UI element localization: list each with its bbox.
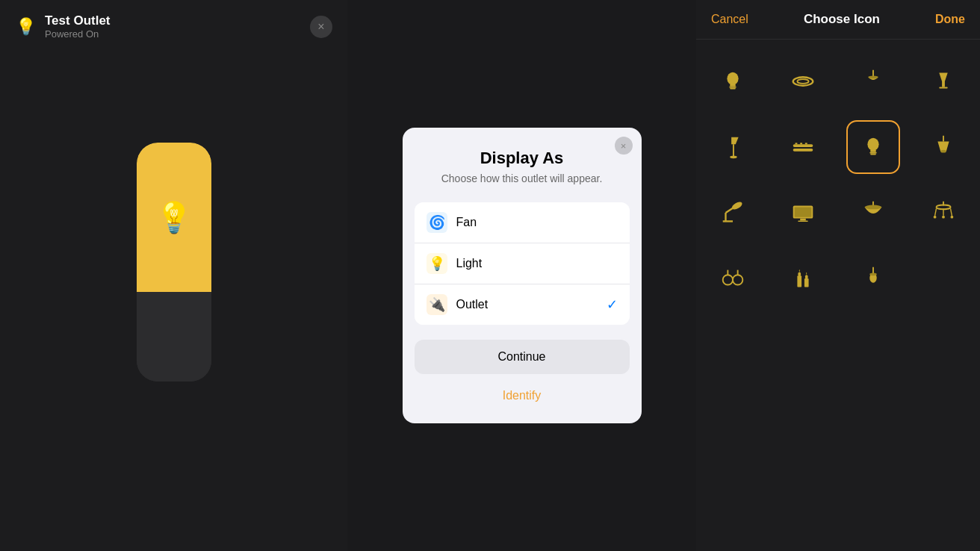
svg-point-47: [798, 272, 801, 276]
icon-cell-8[interactable]: [917, 120, 970, 174]
icon-tv: [789, 199, 817, 227]
device-icon: 💡: [15, 16, 36, 37]
done-button[interactable]: Done: [935, 13, 965, 26]
svg-point-48: [805, 275, 808, 279]
outlet-checkmark: ✓: [607, 296, 618, 313]
icon-strip-lights: [789, 133, 817, 161]
icon-double-globe: [719, 264, 747, 293]
device-title-block: Test Outlet Powered On: [45, 13, 111, 40]
icon-floor-lamp: [719, 133, 747, 161]
list-item-fan[interactable]: 🌀 Fan: [415, 202, 630, 243]
device-widget-area: 💡: [0, 53, 347, 382]
icon-ceiling-bowl: [859, 199, 887, 227]
svg-point-39: [942, 216, 945, 219]
icon-cell-16[interactable]: [917, 252, 970, 305]
svg-rect-45: [797, 276, 801, 287]
icon-hanging-light: [929, 133, 958, 161]
outlet-icon: 🔌: [427, 294, 447, 315]
cancel-button[interactable]: Cancel: [711, 13, 748, 26]
svg-rect-2: [729, 87, 736, 88]
modal-close-icon: ×: [621, 140, 627, 152]
svg-rect-30: [798, 220, 807, 221]
identify-button[interactable]: Identify: [415, 383, 630, 408]
svg-point-4: [793, 77, 813, 85]
svg-point-0: [727, 72, 738, 85]
device-widget-top: 💡: [137, 143, 211, 292]
fan-label: Fan: [456, 216, 618, 229]
svg-rect-14: [796, 143, 798, 144]
svg-rect-13: [793, 149, 813, 152]
display-as-modal: × Display As Choose how this outlet will…: [403, 128, 642, 423]
icon-chooser-header: Cancel Choose Icon Done: [696, 0, 980, 40]
svg-line-35: [935, 208, 937, 216]
svg-line-37: [951, 208, 952, 216]
svg-rect-46: [804, 278, 809, 287]
modal-list: 🌀 Fan 💡 Light 🔌 Outlet ✓: [415, 202, 630, 325]
svg-point-17: [867, 138, 878, 151]
svg-rect-8: [942, 81, 945, 87]
svg-rect-16: [805, 143, 807, 144]
modal-header: Display As Choose how this outlet will a…: [403, 128, 642, 193]
modal-subtitle: Choose how this outlet will appear.: [421, 172, 624, 184]
modal-actions: Continue Identify: [403, 334, 642, 423]
svg-point-7: [868, 75, 878, 78]
icon-cell-9[interactable]: [706, 186, 760, 240]
icon-cell-15[interactable]: [846, 252, 900, 305]
svg-point-22: [940, 150, 946, 153]
svg-rect-12: [793, 144, 813, 147]
icon-grid: [696, 40, 980, 320]
icon-cell-1[interactable]: [706, 55, 760, 108]
right-panel: Cancel Choose Icon Done: [696, 0, 980, 551]
svg-point-11: [730, 155, 737, 158]
svg-rect-20: [870, 154, 876, 155]
list-item-outlet[interactable]: 🔌 Outlet ✓: [415, 284, 630, 325]
icon-ring: [789, 67, 817, 96]
svg-point-42: [733, 275, 742, 284]
icon-cell-11[interactable]: [846, 186, 900, 240]
center-panel: × Display As Choose how this outlet will…: [347, 0, 696, 551]
svg-point-40: [951, 216, 954, 219]
icon-bulb-1: [719, 67, 747, 96]
icon-cell-10[interactable]: [776, 186, 830, 240]
list-item-light[interactable]: 💡 Light: [415, 243, 630, 284]
icon-cell-14[interactable]: [776, 252, 830, 305]
continue-button[interactable]: Continue: [415, 340, 630, 374]
icon-candles: [789, 264, 817, 293]
light-icon: 💡: [427, 253, 447, 274]
icon-cell-12[interactable]: [917, 186, 970, 240]
device-status: Powered On: [45, 28, 111, 40]
icon-cell-3[interactable]: [846, 55, 900, 108]
icon-table-lamp: [929, 67, 958, 96]
modal-close-button[interactable]: ×: [615, 137, 633, 155]
icon-cell-5[interactable]: [706, 120, 760, 174]
svg-rect-15: [800, 143, 802, 144]
light-label: Light: [456, 257, 618, 270]
icon-cell-13[interactable]: [706, 252, 760, 305]
outlet-label: Outlet: [456, 298, 607, 311]
svg-point-38: [934, 216, 937, 219]
modal-title: Display As: [421, 149, 624, 168]
device-close-button[interactable]: ×: [310, 16, 332, 38]
left-panel: 💡 Test Outlet Powered On × 💡: [0, 0, 347, 551]
icon-cell-2[interactable]: [776, 55, 830, 108]
icon-cell-4[interactable]: [917, 55, 970, 108]
device-header: 💡 Test Outlet Powered On ×: [0, 0, 347, 53]
svg-point-25: [731, 200, 743, 211]
svg-point-32: [865, 205, 882, 210]
svg-rect-9: [939, 87, 947, 89]
svg-rect-19: [869, 152, 877, 154]
svg-rect-29: [800, 219, 806, 221]
svg-rect-28: [795, 207, 812, 217]
icon-cell-6[interactable]: [776, 120, 830, 174]
device-header-left: 💡 Test Outlet Powered On: [15, 13, 111, 40]
icon-desk-lamp: [719, 199, 747, 227]
close-icon: ×: [317, 20, 324, 34]
icon-pendant: [859, 67, 887, 96]
icon-pendant-2: [859, 264, 887, 293]
modal-overlay: × Display As Choose how this outlet will…: [347, 0, 696, 551]
device-widget[interactable]: 💡: [137, 143, 211, 382]
svg-rect-1: [730, 84, 736, 87]
svg-rect-3: [730, 88, 736, 90]
icon-cell-7[interactable]: [846, 120, 900, 174]
svg-point-51: [869, 273, 877, 276]
